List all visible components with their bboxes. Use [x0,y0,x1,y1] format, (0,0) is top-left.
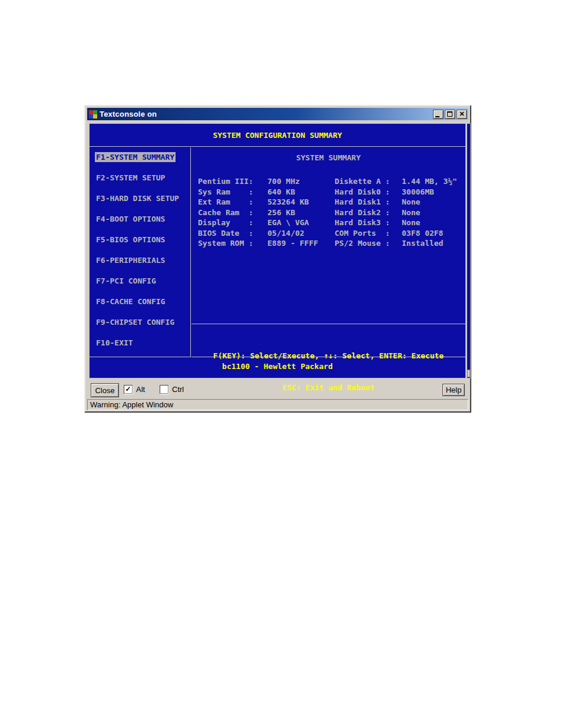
window-title: Textconsole on [100,110,157,118]
row-label: Cache Ram : [198,207,267,218]
row-label: Hard Disk2 : [335,207,402,218]
row-label: Ext Ram : [198,197,267,207]
window-icon [89,110,97,118]
menu-item-f2[interactable]: F2-SYSTEM SETUP [90,173,190,193]
row-label: Hard Disk1 : [335,197,402,207]
ctrl-checkbox[interactable] [160,385,168,394]
row-label: Pentium III: [198,176,267,187]
panel-title: SYSTEM SUMMARY [191,153,465,162]
close-button[interactable]: Close [91,383,119,397]
check-icon: ✓ [125,386,131,393]
row-value: 523264 KB [267,197,335,207]
close-icon[interactable] [457,110,467,119]
row-value: None [402,207,465,218]
row-value: EGA \ VGA [267,218,335,228]
menu-item-f10[interactable]: F10-EXIT [90,338,190,358]
row-value: E889 - FFFF [267,238,335,249]
menu-item-f4[interactable]: F4-BOOT OPTIONS [90,214,190,235]
row-value: 640 KB [267,187,335,197]
textconsole-window: Textconsole on SYSTEM CONFIGURATION SUMM… [84,105,471,413]
row-label: Hard Disk3 : [335,218,402,228]
status-bar: Warning: Applet Window [87,399,468,410]
config-summary-header: SYSTEM CONFIGURATION SUMMARY [90,124,465,147]
row-value: 700 MHz [267,176,335,187]
instruction-line-2: ESC: Exit and Reboot [191,383,465,393]
ctrl-checkbox-label: Ctrl [172,385,184,394]
alt-checkbox[interactable]: ✓ [124,385,133,394]
title-bar[interactable]: Textconsole on [87,108,468,120]
menu-item-f8[interactable]: F8-CACHE CONFIG [90,297,190,317]
page: Textconsole on SYSTEM CONFIGURATION SUMM… [0,0,562,728]
row-label: Display : [198,218,267,228]
row-value: None [402,218,465,228]
row-value: None [402,197,465,207]
menu-item-f5[interactable]: F5-BIOS OPTIONS [90,235,190,255]
summary-table: Pentium III: 700 MHz Diskette A : 1.44 M… [198,176,465,249]
scrollbar-thumb[interactable] [467,370,470,377]
row-label: COM Ports : [335,228,402,239]
row-label: System ROM : [198,238,267,249]
model-status: bc1100 - Hewlett Packard [90,358,465,378]
row-label: Diskette A : [335,176,402,187]
menu-item-f3[interactable]: F3-HARD DISK SETUP [90,193,190,214]
row-label: Hard Disk0 : [335,187,402,197]
row-value: 03F8 02F8 [402,228,465,239]
vertical-scrollbar[interactable] [467,123,471,378]
menu-item-f7[interactable]: F7-PCI CONFIG [90,276,190,297]
row-value: 256 KB [267,207,335,218]
maximize-icon[interactable] [445,110,455,119]
menu-item-f9[interactable]: F9-CHIPSET CONFIG [90,317,190,338]
window-controls [433,110,468,119]
alt-checkbox-label: Alt [136,385,145,394]
ctrl-checkbox-group[interactable]: Ctrl [160,385,184,394]
function-key-menu: F1-SYSTEM SUMMARY F2-SYSTEM SETUP F3-HAR… [90,147,191,357]
key-instructions: F(KEY): Select/Execute, ↑↓: Select, ENTE… [191,325,465,357]
bios-console: SYSTEM CONFIGURATION SUMMARY F1-SYSTEM S… [89,123,466,378]
row-value: 05/14/02 [267,228,335,239]
status-bar-text: Warning: Applet Window [90,400,173,409]
system-summary-panel: SYSTEM SUMMARY Pentium III: 700 MHz Disk… [191,147,465,324]
help-button[interactable]: Help [442,384,465,396]
row-label: BIOS Date : [198,228,267,239]
row-value: Installed [402,238,465,249]
row-label: Sys Ram : [198,187,267,197]
row-value: 1.44 MB, 3½" [402,176,465,187]
minimize-icon[interactable] [433,110,444,119]
alt-checkbox-group[interactable]: ✓ Alt [124,385,145,394]
menu-item-f6[interactable]: F6-PERIPHERIALS [90,255,190,276]
menu-item-f1[interactable]: F1-SYSTEM SUMMARY [90,152,190,173]
row-value: 30006MB [402,187,465,197]
row-label: PS/2 Mouse : [335,238,402,249]
